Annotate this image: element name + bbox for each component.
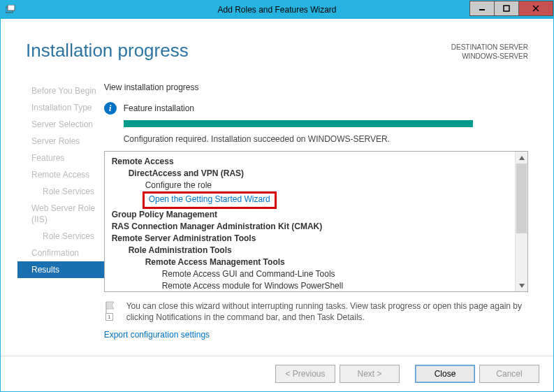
next-button: Next >	[340, 365, 400, 383]
highlight-getting-started: Open the Getting Started Wizard	[143, 191, 277, 209]
destination-value: WINDOWS-SERVER	[451, 52, 528, 61]
sidebar-item-results[interactable]: Results	[17, 261, 104, 278]
sidebar-item-ra-role-services: Role Services	[17, 183, 104, 200]
scrollbar[interactable]	[515, 152, 527, 291]
info-icon: i	[104, 102, 117, 115]
wizard-window: Add Roles and Features Wizard Installati…	[0, 0, 554, 392]
previous-button: < Previous	[275, 365, 335, 383]
flag-icon: 1	[104, 300, 119, 323]
page-title: Installation progress	[26, 40, 189, 61]
body: Before You Begin Installation Type Serve…	[1, 68, 553, 356]
main-content: View installation progress i Feature ins…	[104, 68, 553, 356]
note-text: You can close this wizard without interr…	[126, 300, 528, 323]
titlebar: Add Roles and Features Wizard	[1, 1, 553, 19]
svg-rect-1	[8, 5, 15, 10]
sidebar-item-before-you-begin: Before You Begin	[17, 82, 104, 99]
feature-remote-access: Remote Access	[112, 156, 512, 168]
view-label: View installation progress	[104, 82, 528, 92]
progress-bar	[124, 120, 473, 127]
destination-label: DESTINATION SERVER	[451, 43, 528, 52]
sidebar-item-features: Features	[17, 150, 104, 166]
feature-ras-cmak: RAS Connection Manager Administration Ki…	[112, 221, 512, 233]
cancel-button: Cancel	[479, 365, 539, 383]
sidebar-item-installation-type: Installation Type	[17, 99, 104, 116]
close-wizard-button[interactable]: Close	[415, 365, 475, 383]
feature-ra-powershell: Remote Access module for Windows PowerSh…	[162, 280, 512, 291]
scroll-up-button[interactable]	[516, 152, 527, 164]
sidebar-item-server-roles: Server Roles	[17, 133, 104, 150]
sidebar-item-iis-role-services: Role Services	[17, 228, 104, 245]
status-row: i Feature installation	[104, 102, 528, 115]
sidebar-item-remote-access: Remote Access	[17, 166, 104, 183]
export-settings-link[interactable]: Export configuration settings	[104, 330, 210, 340]
destination-server: DESTINATION SERVER WINDOWS-SERVER	[451, 43, 528, 61]
svg-marker-7	[519, 284, 525, 288]
scroll-down-button[interactable]	[516, 280, 527, 291]
header: Installation progress DESTINATION SERVER…	[1, 19, 553, 68]
link-open-getting-started-wizard[interactable]: Open the Getting Started Wizard	[149, 194, 270, 204]
close-button[interactable]	[518, 1, 553, 16]
feature-configure-role: Configure the role	[145, 180, 512, 191]
feature-remote-access-mgmt-tools: Remote Access Management Tools	[145, 256, 512, 268]
feature-list-box: Remote Access DirectAccess and VPN (RAS)…	[104, 151, 528, 292]
maximize-button[interactable]	[494, 1, 519, 16]
sidebar: Before You Begin Installation Type Serve…	[1, 68, 104, 356]
footer: < Previous Next > Close Cancel	[1, 356, 553, 391]
app-icon	[5, 4, 16, 15]
svg-rect-3	[504, 6, 509, 11]
feature-rsat: Remote Server Administration Tools	[112, 233, 512, 245]
status-heading: Feature installation	[124, 103, 194, 113]
svg-marker-8	[106, 302, 114, 309]
sidebar-item-server-selection: Server Selection	[17, 116, 104, 133]
window-controls	[470, 1, 553, 19]
feature-group-policy-management: Group Policy Management	[112, 209, 512, 221]
status-text: Configuration required. Installation suc…	[124, 134, 528, 144]
feature-ra-gui-cli: Remote Access GUI and Command-Line Tools	[162, 268, 512, 280]
scroll-track[interactable]	[516, 164, 527, 280]
feature-list: Remote Access DirectAccess and VPN (RAS)…	[105, 152, 515, 291]
minimize-button[interactable]	[469, 1, 495, 16]
scroll-thumb[interactable]	[516, 164, 527, 233]
note-row: 1 You can close this wizard without inte…	[104, 292, 528, 323]
svg-marker-6	[519, 156, 525, 160]
sidebar-item-web-server-role: Web Server Role (IIS)	[17, 200, 104, 228]
feature-role-admin-tools: Role Administration Tools	[129, 245, 512, 256]
sidebar-item-confirmation: Confirmation	[17, 245, 104, 261]
feature-directaccess-vpn: DirectAccess and VPN (RAS)	[129, 168, 512, 180]
